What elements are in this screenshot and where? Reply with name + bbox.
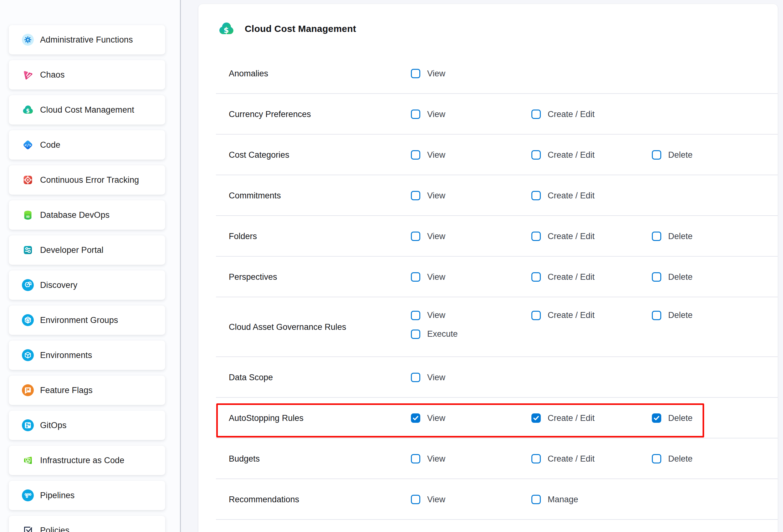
- panel-header: $ Cloud Cost Management: [198, 4, 778, 53]
- permission-cell: Delete: [652, 454, 772, 464]
- permission-option: Delete: [652, 272, 772, 282]
- view-checkbox[interactable]: [411, 373, 420, 382]
- svg-text:</>: </>: [24, 143, 31, 147]
- delete-checkbox[interactable]: [652, 272, 661, 282]
- execute-checkbox[interactable]: [411, 330, 420, 339]
- delete-checkbox[interactable]: [652, 413, 661, 423]
- svg-text:$: $: [26, 108, 30, 114]
- sidebar-item-label: Database DevOps: [40, 210, 109, 220]
- chaos-pinwheel-icon: [22, 69, 34, 81]
- svg-text:∞: ∞: [26, 213, 30, 219]
- sidebar-item-continuous-error-tracking[interactable]: Continuous Error Tracking: [9, 165, 165, 195]
- svg-text:$: $: [224, 26, 229, 34]
- checkbox-check-icon: [22, 525, 34, 532]
- permission-option: Execute: [411, 329, 531, 339]
- permission-label: Create / Edit: [547, 272, 595, 282]
- permission-cell: Delete: [652, 150, 772, 160]
- create-edit-checkbox[interactable]: [531, 231, 541, 241]
- cloud-dollar-icon: $: [218, 20, 235, 37]
- permission-cell: Delete: [652, 297, 772, 357]
- delete-checkbox[interactable]: [652, 150, 661, 160]
- sidebar-item-environment-groups[interactable]: Environment Groups: [9, 306, 165, 335]
- permission-label: View: [427, 231, 445, 241]
- view-checkbox[interactable]: [411, 150, 420, 160]
- permission-label: View: [427, 373, 445, 382]
- permission-cell: Create / Edit: [531, 272, 652, 282]
- hexagon-magnifier-icon: [22, 279, 34, 291]
- create-edit-checkbox[interactable]: [531, 150, 541, 160]
- view-checkbox[interactable]: [411, 191, 420, 200]
- permission-option: Manage: [531, 495, 652, 504]
- sidebar-item-discovery[interactable]: Discovery: [9, 271, 165, 300]
- create-edit-checkbox[interactable]: [531, 413, 541, 423]
- sidebar-item-developer-portal[interactable]: Developer Portal: [9, 235, 165, 265]
- permission-row: Cloud Asset Governance RulesViewExecuteC…: [198, 297, 778, 357]
- sidebar-item-label: Developer Portal: [40, 245, 103, 255]
- resource-label: Budgets: [229, 454, 411, 464]
- permission-option: Create / Edit: [531, 310, 652, 320]
- permission-label: Delete: [668, 272, 693, 282]
- permission-label: View: [427, 109, 445, 119]
- permission-cell: ViewExecute: [411, 297, 531, 357]
- hexagon-group-icon: [22, 314, 34, 326]
- gear-icon: [22, 34, 34, 46]
- create-edit-checkbox[interactable]: [531, 311, 541, 320]
- code-brackets-icon: </>: [22, 139, 34, 151]
- sidebar-item-policies[interactable]: Policies: [9, 516, 165, 532]
- permission-option: View: [411, 413, 531, 423]
- sidebar-item-pipelines[interactable]: Pipelines: [9, 481, 165, 510]
- create-edit-checkbox[interactable]: [531, 191, 541, 200]
- permission-option: View: [411, 373, 531, 382]
- sidebar-item-gitops[interactable]: GitOps: [9, 411, 165, 440]
- create-edit-checkbox[interactable]: [531, 109, 541, 119]
- permission-cell: Create / Edit: [531, 231, 652, 241]
- permission-cell: View: [411, 413, 531, 423]
- permission-cell: View: [411, 69, 531, 79]
- sidebar-item-infrastructure-as-code[interactable]: Infrastructure as Code: [9, 446, 165, 475]
- manage-checkbox[interactable]: [531, 495, 541, 504]
- sidebar-item-label: GitOps: [40, 420, 67, 430]
- delete-checkbox[interactable]: [652, 311, 661, 320]
- view-checkbox[interactable]: [411, 109, 420, 119]
- create-edit-checkbox[interactable]: [531, 272, 541, 282]
- permissions-table: AnomaliesViewCurrency PreferencesViewCre…: [198, 53, 778, 520]
- delete-checkbox[interactable]: [652, 454, 661, 464]
- view-checkbox[interactable]: [411, 495, 420, 504]
- permission-row: BudgetsViewCreate / EditDelete: [198, 438, 778, 479]
- resource-label: Commitments: [229, 191, 411, 200]
- view-checkbox[interactable]: [411, 311, 420, 320]
- sidebar-item-cloud-cost-management[interactable]: $Cloud Cost Management: [9, 95, 165, 125]
- view-checkbox[interactable]: [411, 413, 420, 423]
- resource-label: AutoStopping Rules: [229, 413, 411, 423]
- view-checkbox[interactable]: [411, 272, 420, 282]
- permission-option: Create / Edit: [531, 454, 652, 464]
- create-edit-checkbox[interactable]: [531, 454, 541, 464]
- permission-label: View: [427, 191, 445, 200]
- permission-option: View: [411, 454, 531, 464]
- view-checkbox[interactable]: [411, 69, 420, 78]
- sidebar-item-chaos[interactable]: Chaos: [9, 60, 165, 90]
- permission-cell: View: [411, 109, 531, 119]
- permission-row: Currency PreferencesViewCreate / Edit: [198, 94, 778, 134]
- view-checkbox[interactable]: [411, 454, 420, 464]
- permission-label: View: [427, 69, 445, 79]
- flag-bubble-icon: [22, 384, 34, 396]
- permission-cell: View: [411, 454, 531, 464]
- sidebar-item-environments[interactable]: Environments: [9, 341, 165, 370]
- permission-label: Create / Edit: [547, 413, 595, 423]
- sidebar-item-feature-flags[interactable]: Feature Flags: [9, 376, 165, 405]
- permission-row: PerspectivesViewCreate / EditDelete: [198, 257, 778, 297]
- delete-checkbox[interactable]: [652, 231, 661, 241]
- sidebar-item-code[interactable]: </>Code: [9, 130, 165, 160]
- resource-label: Currency Preferences: [229, 109, 411, 119]
- view-checkbox[interactable]: [411, 231, 420, 241]
- permission-option: View: [411, 150, 531, 160]
- resource-label: Recommendations: [229, 495, 411, 504]
- cube-icon: [22, 349, 34, 361]
- panel-title: Cloud Cost Management: [245, 24, 356, 34]
- permission-label: Create / Edit: [547, 191, 595, 200]
- permission-label: Delete: [668, 150, 693, 160]
- permission-cell: Create / Edit: [531, 191, 652, 200]
- sidebar-item-database-devops[interactable]: ∞Database DevOps: [9, 200, 165, 230]
- sidebar-item-administrative-functions[interactable]: Administrative Functions: [9, 25, 165, 55]
